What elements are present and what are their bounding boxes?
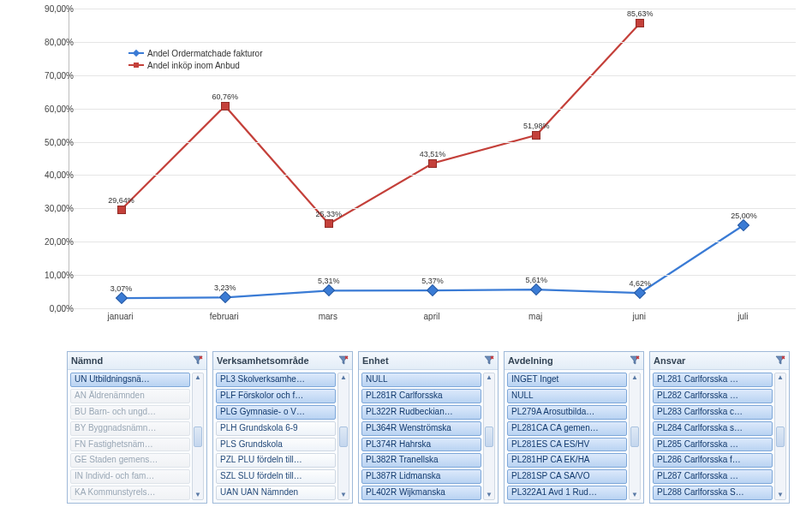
y-tick-label: 50,00% <box>22 137 74 146</box>
data-label: 4,62% <box>630 279 652 288</box>
slicer-item[interactable]: FN Fastighetsnäm… <box>70 438 190 452</box>
scroll-down-icon[interactable]: ▼ <box>777 491 784 499</box>
scroll-up-icon[interactable]: ▲ <box>486 373 493 382</box>
legend-item-1: Andel inköp inom Anbud <box>128 59 263 71</box>
slicer-item[interactable]: PL322A1 Avd 1 Rud… <box>507 486 627 500</box>
slicer-item[interactable]: PL281ES CA ES/HV <box>507 438 627 452</box>
slicer-item[interactable]: PL281R Carlforsska <box>361 389 481 403</box>
slicer-item[interactable]: PL364R Wenströmska <box>361 421 481 436</box>
data-point <box>325 219 333 228</box>
slicer-header: Avdelning <box>505 352 643 370</box>
slicer-item[interactable]: PL382R Tranellska <box>361 453 481 468</box>
slicer-item[interactable]: PLG Gymnasie- o V… <box>216 405 336 420</box>
slicer-item[interactable]: PLS Grundskola <box>216 438 336 452</box>
slicer-scrollbar[interactable]: ▲▼ <box>629 373 641 500</box>
slicer-item[interactable]: PL3 Skolverksamhe… <box>216 373 336 387</box>
data-point <box>532 131 540 140</box>
slicer-scrollbar[interactable]: ▲▼ <box>192 373 204 500</box>
scroll-thumb[interactable] <box>485 426 493 447</box>
slicer-item[interactable]: PL281SP CA SA/VO <box>507 469 627 484</box>
slicer-item[interactable]: PLF Förskolor och f… <box>216 389 336 403</box>
slicer-scrollbar[interactable]: ▲▼ <box>774 373 786 500</box>
slicer-row: NämndUN Utbildningsnä…AN ÄldrenämndenBU … <box>67 351 790 504</box>
scroll-up-icon[interactable]: ▲ <box>631 373 638 382</box>
gridline <box>69 275 796 276</box>
slicer-item[interactable]: GE Staden gemens… <box>70 453 190 468</box>
slicer-item[interactable]: INGET Inget <box>507 373 627 387</box>
slicer-item[interactable]: NULL <box>361 373 481 387</box>
scroll-down-icon[interactable]: ▼ <box>340 491 347 499</box>
slicer-item[interactable]: PL284 Carlforsska s… <box>653 421 773 436</box>
legend-marker-red <box>128 64 144 66</box>
x-tick-label: mars <box>319 312 337 321</box>
scroll-thumb[interactable] <box>630 426 639 447</box>
data-label: 25,33% <box>316 210 343 218</box>
scroll-thumb[interactable] <box>339 426 348 447</box>
slicer-scrollbar[interactable]: ▲▼ <box>337 373 349 500</box>
clear-filter-icon[interactable] <box>630 355 640 366</box>
y-tick-label: 70,00% <box>22 70 74 80</box>
data-label: 3,23% <box>214 283 236 292</box>
gridline <box>69 308 796 309</box>
slicer-title: Verksamhetsområde <box>217 355 309 366</box>
slicer-item[interactable]: PL402R Wijkmanska <box>361 486 481 500</box>
scroll-thumb[interactable] <box>776 426 785 447</box>
slicer-item[interactable]: PL281HP CA EK/HA <box>507 453 627 468</box>
slicer-item[interactable]: BY Byggnadsnämn… <box>70 421 190 436</box>
data-label: 5,61% <box>525 276 547 284</box>
slicer-item[interactable]: PL281 Carlforsska … <box>653 373 773 387</box>
slicer-nämnd: NämndUN Utbildningsnä…AN ÄldrenämndenBU … <box>67 351 207 504</box>
slicer-item[interactable]: UAN UAN Nämnden <box>216 486 336 500</box>
scroll-down-icon[interactable]: ▼ <box>486 491 493 499</box>
slicer-item[interactable]: PL288 Carlforsska S… <box>653 486 773 500</box>
data-label: 85,63% <box>627 9 654 18</box>
slicer-item[interactable]: SZL SLU fördeln till… <box>216 469 336 484</box>
legend-label-1: Andel inköp inom Anbud <box>147 61 240 70</box>
slicer-item[interactable]: PL286 Carlforsska f… <box>653 453 773 468</box>
slicer-header: Enhet <box>359 352 498 370</box>
data-point <box>221 102 230 110</box>
slicer-item[interactable]: PL279A Arosutbilda… <box>507 405 627 420</box>
y-tick-label: 10,00% <box>22 271 74 280</box>
x-tick-label: juli <box>737 312 748 321</box>
slicer-item[interactable]: PZL PLU fördeln till… <box>216 453 336 468</box>
scroll-up-icon[interactable]: ▲ <box>340 373 347 382</box>
slicer-item[interactable]: PL285 Carlforsska … <box>653 438 773 452</box>
scroll-down-icon[interactable]: ▼ <box>194 491 201 499</box>
slicer-item[interactable]: PL282 Carlforsska … <box>653 389 773 403</box>
data-label: 51,98% <box>523 122 550 130</box>
legend-label-0: Andel Ordermatchade fakturor <box>147 49 263 58</box>
data-point <box>428 159 437 168</box>
x-tick-label: april <box>424 312 440 321</box>
clear-filter-icon[interactable] <box>193 355 203 366</box>
slicer-item[interactable]: AN Äldrenämnden <box>70 389 190 403</box>
x-tick-label: maj <box>528 312 542 321</box>
slicer-title: Enhet <box>362 355 389 366</box>
scroll-thumb[interactable] <box>194 426 202 447</box>
slicer-item[interactable]: NULL <box>507 389 627 403</box>
clear-filter-icon[interactable] <box>338 355 349 366</box>
slicer-item[interactable]: PL287 Carlforsska … <box>653 469 773 484</box>
slicer-item[interactable]: PL283 Carlforsska c… <box>653 405 773 420</box>
slicer-body: PL3 Skolverksamhe…PLF Förskolor och f…PL… <box>213 370 352 503</box>
slicer-title: Nämnd <box>71 355 103 366</box>
scroll-up-icon[interactable]: ▲ <box>777 373 784 382</box>
clear-filter-icon[interactable] <box>484 355 494 366</box>
slicer-item[interactable]: BU Barn- och ungd… <box>70 405 190 420</box>
slicer-scrollbar[interactable]: ▲▼ <box>483 373 495 500</box>
slicer-header: Nämnd <box>68 352 206 370</box>
clear-filter-icon[interactable] <box>775 355 785 366</box>
slicer-item[interactable]: UN Utbildningsnä… <box>70 373 190 387</box>
gridline <box>69 242 796 242</box>
slicer-header: Ansvar <box>650 352 789 370</box>
slicer-item[interactable]: PLH Grundskola 6-9 <box>216 421 336 436</box>
gridline <box>69 175 796 176</box>
slicer-item[interactable]: PL322R Rudbeckian… <box>361 405 481 420</box>
slicer-item[interactable]: KA Kommunstyrels… <box>70 486 190 500</box>
slicer-item[interactable]: PL374R Hahrska <box>361 438 481 452</box>
scroll-up-icon[interactable]: ▲ <box>194 373 201 382</box>
scroll-down-icon[interactable]: ▼ <box>631 491 638 499</box>
slicer-item[interactable]: PL387R Lidmanska <box>361 469 481 484</box>
slicer-item[interactable]: PL281CA CA gemen… <box>507 421 627 436</box>
slicer-item[interactable]: IN Individ- och fam… <box>70 469 190 484</box>
